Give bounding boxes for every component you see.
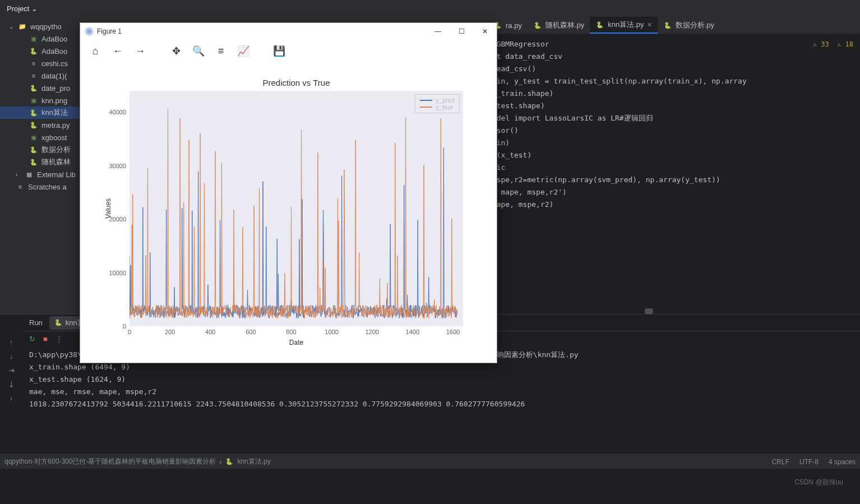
figure-window: Figure 1 — ☐ ✕ ⌂ ← → ✥ 🔍 ≡ 📈 💾 Predictio…: [80, 22, 497, 363]
breadcrumb-bar: qqpython-对方600-300已付-基于随机森林的平板电脑销量影响因素分析…: [0, 454, 860, 469]
py-icon: 🐍: [29, 145, 38, 154]
python-icon: 🐍: [54, 318, 63, 327]
txt-icon: ≡: [29, 71, 38, 80]
back-icon[interactable]: ←: [110, 45, 125, 57]
scroll-icon[interactable]: ⤓: [8, 380, 15, 389]
python-icon: 🐍: [663, 21, 672, 30]
zoom-icon[interactable]: 🔍: [191, 45, 206, 57]
txt-icon: ≡: [29, 59, 38, 68]
home-icon[interactable]: ⌂: [88, 45, 103, 57]
chevron-down-icon: ⌄: [9, 24, 15, 30]
wrap-icon[interactable]: ⇥: [8, 366, 15, 374]
python-icon: 🐍: [533, 21, 542, 30]
scratches-icon: ≡: [16, 182, 25, 191]
chart-legend: y_pred y_true: [415, 94, 460, 113]
tree-root-label: wqqpytho: [30, 22, 62, 31]
breadcrumb-path[interactable]: qqpython-对方600-300已付-基于随机森林的平板电脑销量影响因素分析: [4, 457, 216, 466]
encoding[interactable]: UTF-8: [799, 458, 819, 466]
pan-icon[interactable]: ✥: [169, 45, 183, 57]
project-dropdown[interactable]: Project ⌄: [7, 4, 38, 13]
minimize-button[interactable]: —: [426, 23, 450, 40]
py-icon: 🐍: [29, 108, 38, 117]
expand-icon[interactable]: ›: [10, 394, 12, 403]
python-icon: 🐍: [225, 457, 234, 466]
img-icon: ▣: [29, 133, 38, 142]
stop-icon[interactable]: ■: [43, 335, 48, 343]
x-axis-label: Date: [289, 339, 303, 346]
axes-icon[interactable]: 📈: [236, 45, 251, 57]
watermark: CSDN @甜辣uu: [794, 478, 843, 487]
top-bar: Project ⌄: [0, 0, 860, 17]
close-button[interactable]: ✕: [473, 23, 497, 40]
forward-icon[interactable]: →: [133, 45, 147, 57]
mpl-toolbar: ⌂ ← → ✥ 🔍 ≡ 📈 💾: [80, 40, 497, 62]
img-icon: ▣: [29, 34, 38, 43]
chart-axes: Values Date y_pred y_true 01000020000300…: [130, 91, 463, 326]
save-icon[interactable]: 💾: [272, 45, 286, 57]
arrow-down-icon[interactable]: ↓: [10, 352, 13, 360]
python-icon: 🐍: [595, 20, 604, 29]
warning-badge[interactable]: ⚠ 33 ⚠ 18: [813, 38, 853, 50]
img-icon: ▣: [29, 96, 38, 105]
py-icon: 🐍: [29, 121, 38, 130]
tab-knn算法.py[interactable]: 🐍knn算法.py×: [590, 17, 658, 34]
horizontal-scrollbar[interactable]: [488, 308, 849, 314]
close-icon[interactable]: ×: [648, 20, 652, 29]
configure-icon[interactable]: ≡: [214, 45, 228, 57]
arrow-up-icon[interactable]: ↑: [10, 338, 13, 346]
breadcrumb-file[interactable]: knn算法.py: [237, 457, 270, 466]
py-icon: 🐍: [29, 158, 38, 167]
py-icon: 🐍: [29, 47, 38, 56]
window-titlebar[interactable]: Figure 1 — ☐ ✕: [80, 23, 497, 40]
library-icon: ▦: [25, 170, 34, 179]
indent[interactable]: 4 spaces: [829, 458, 856, 466]
chevron-down-icon: ⌄: [31, 4, 38, 13]
plot-canvas[interactable]: Prediction vs True Values Date y_pred y_…: [80, 62, 497, 363]
run-label: Run: [29, 318, 43, 327]
maximize-button[interactable]: ☐: [450, 23, 473, 40]
more-icon[interactable]: ⋮: [56, 335, 63, 343]
tab-数据分析.py[interactable]: 🐍数据分析.py: [658, 17, 720, 34]
py-icon: 🐍: [29, 84, 38, 93]
chevron-right-icon: ›: [16, 172, 21, 178]
tab-随机森林.py[interactable]: 🐍随机森林.py: [528, 17, 590, 34]
line-ending[interactable]: CRLF: [772, 458, 789, 466]
app-icon: [85, 27, 94, 36]
chart-title: Prediction vs True: [130, 78, 463, 87]
rerun-icon[interactable]: ↻: [29, 335, 35, 343]
window-title: Figure 1: [97, 27, 122, 35]
folder-icon: 📁: [18, 22, 27, 31]
